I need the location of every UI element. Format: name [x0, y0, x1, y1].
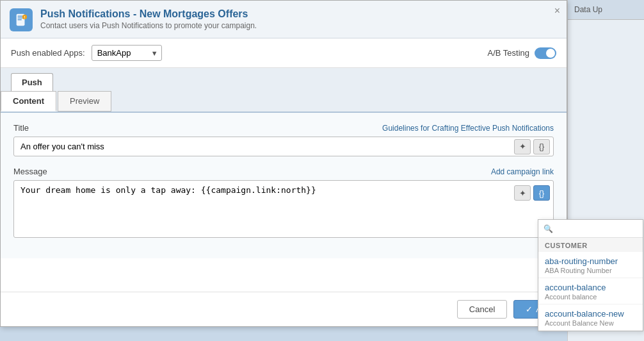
- cancel-button[interactable]: Cancel: [457, 300, 507, 319]
- add-campaign-link[interactable]: Add campaign link: [491, 167, 554, 176]
- push-notification-icon: !: [14, 13, 28, 27]
- dialog-title: Push Notifications - New Mortgages Offer…: [40, 8, 558, 20]
- subtab-preview[interactable]: Preview: [58, 91, 111, 112]
- form-area: Title Guidelines for Crafting Effective …: [1, 113, 567, 258]
- message-personalize-button[interactable]: ✦: [514, 185, 531, 201]
- dialog-header: ! Push Notifications - New Mortgages Off…: [1, 1, 567, 38]
- dropdown-search-input[interactable]: [557, 224, 644, 233]
- tab-push[interactable]: Push: [11, 73, 53, 91]
- dropdown-item-balance-new-main: account-balance-new: [545, 309, 636, 319]
- title-input-icons: ✦ {}: [514, 139, 550, 154]
- message-field-row: Message Add campaign link Your dream hom…: [13, 167, 554, 238]
- app-select[interactable]: BankApp OtherApp: [92, 45, 162, 61]
- dropdown-search-row: 🔍: [538, 220, 643, 238]
- message-label: Message: [13, 167, 47, 176]
- message-label-row: Message Add campaign link: [13, 167, 554, 176]
- title-label: Title: [13, 123, 29, 133]
- dropdown-item-aba[interactable]: aba-routing-number ABA Routing Number: [538, 252, 643, 278]
- toggle-knob: [546, 49, 555, 58]
- dialog-close-button[interactable]: ×: [554, 6, 560, 16]
- svg-rect-3: [18, 19, 22, 20]
- action-bar: Cancel ✓ A: [1, 292, 567, 326]
- title-input[interactable]: [13, 137, 554, 156]
- message-curly-button[interactable]: {}: [533, 185, 550, 201]
- title-label-row: Title Guidelines for Crafting Effective …: [13, 123, 554, 133]
- dropdown-item-balance-new-sub: Account Balance New: [545, 319, 636, 327]
- ab-testing-toggle[interactable]: [535, 47, 556, 59]
- search-icon: 🔍: [543, 224, 553, 233]
- subtab-content[interactable]: Content: [1, 91, 56, 112]
- message-input-icons: ✦ {}: [514, 185, 550, 201]
- dropdown-item-balance-sub: Account balance: [545, 293, 636, 301]
- title-curly-button[interactable]: {}: [533, 139, 550, 154]
- bg-panel-title: Data Up: [574, 5, 602, 14]
- dialog: ! Push Notifications - New Mortgages Off…: [0, 0, 567, 327]
- subtab-row: Content Preview: [1, 91, 567, 113]
- apps-row: Push enabled Apps: BankApp OtherApp ▼ A/…: [1, 38, 567, 68]
- message-input-wrapper: Your dream home is only a tap away: {{ca…: [13, 180, 554, 238]
- ab-testing-row: A/B Testing: [487, 47, 556, 59]
- title-guideline-link[interactable]: Guidelines for Crafting Effective Push N…: [382, 124, 554, 133]
- message-textarea[interactable]: Your dream home is only a tap away: {{ca…: [13, 180, 554, 238]
- apply-checkmark-icon: ✓: [526, 304, 533, 314]
- dropdown-item-balance[interactable]: account-balance Account balance: [538, 278, 643, 304]
- dialog-title-area: Push Notifications - New Mortgages Offer…: [40, 8, 558, 30]
- customer-section-header: CUSTOMER: [538, 238, 643, 252]
- apps-label: Push enabled Apps:: [11, 48, 85, 58]
- title-personalize-button[interactable]: ✦: [514, 139, 531, 154]
- dropdown-item-aba-sub: ABA Routing Number: [545, 267, 636, 274]
- svg-text:!: !: [24, 15, 26, 19]
- dropdown-item-balance-new[interactable]: account-balance-new Account Balance New: [538, 304, 643, 331]
- tab-row: Push: [1, 68, 567, 91]
- dialog-subtitle: Contact users via Push Notifications to …: [40, 21, 558, 30]
- ab-testing-label: A/B Testing: [487, 48, 529, 58]
- bg-panel-header: Data Up: [568, 0, 644, 20]
- app-select-wrapper: BankApp OtherApp ▼: [92, 45, 162, 61]
- title-input-wrapper: ✦ {}: [13, 137, 554, 156]
- title-field-row: Title Guidelines for Crafting Effective …: [13, 123, 554, 156]
- dialog-icon: !: [10, 8, 33, 31]
- dropdown-item-balance-main: account-balance: [545, 283, 636, 292]
- attribute-dropdown: 🔍 CUSTOMER aba-routing-number ABA Routin…: [538, 219, 643, 331]
- dropdown-item-aba-main: aba-routing-number: [545, 256, 636, 266]
